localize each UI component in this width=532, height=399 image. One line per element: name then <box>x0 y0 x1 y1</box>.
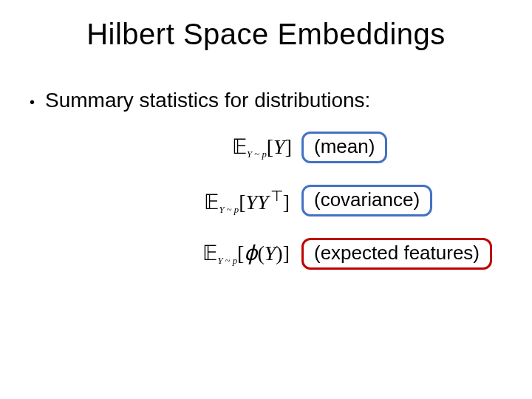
bullet-item: • Summary statistics for distributions: <box>30 89 502 112</box>
equation-row-mean: 𝔼Y ~ p[Y] (mean) <box>0 126 532 179</box>
equation-mean: 𝔼Y ~ p[Y] <box>232 134 292 161</box>
bullet-text: Summary statistics for distributions: <box>45 89 370 112</box>
equation-area: 𝔼Y ~ p[Y] (mean) 𝔼Y ~ p[YY⊤] (covariance… <box>0 126 532 285</box>
bullet-marker: • <box>30 92 35 112</box>
label-mean: (mean) <box>301 132 387 163</box>
equation-row-covariance: 𝔼Y ~ p[YY⊤] (covariance) <box>0 179 532 232</box>
equation-row-expected-features: 𝔼Y ~ p[ϕ(Y)] (expected features) <box>0 232 532 285</box>
label-covariance: (covariance) <box>301 185 432 216</box>
slide-body: • Summary statistics for distributions: <box>30 89 502 126</box>
equation-covariance: 𝔼Y ~ p[YY⊤] <box>204 188 290 216</box>
slide-title: Hilbert Space Embeddings <box>0 18 532 51</box>
label-expected-features: (expected features) <box>301 238 492 270</box>
slide: Hilbert Space Embeddings • Summary stati… <box>0 0 532 399</box>
equation-expected-features: 𝔼Y ~ p[ϕ(Y)] <box>202 241 290 267</box>
